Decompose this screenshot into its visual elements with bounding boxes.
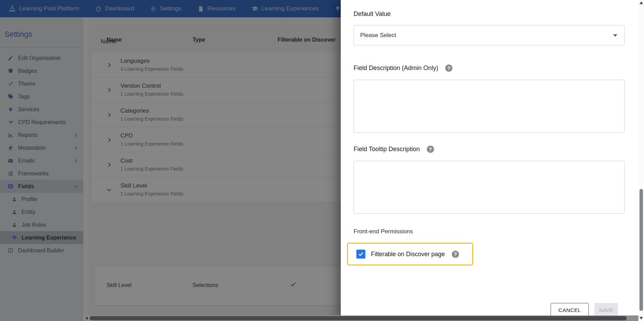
- front-end-permissions-heading: Front-end Permissions: [354, 228, 413, 235]
- caret-down-icon: [613, 34, 617, 37]
- default-value-label-row: Default Value: [354, 10, 391, 18]
- default-value-selected: Please Select: [360, 32, 396, 39]
- scroll-up-arrow-icon[interactable]: [639, 1, 643, 4]
- scroll-left-arrow-icon[interactable]: [85, 316, 88, 320]
- help-icon[interactable]: [427, 146, 434, 153]
- horizontal-scrollbar-thumb[interactable]: [90, 316, 627, 320]
- save-button[interactable]: SAVE: [594, 303, 618, 317]
- edit-field-drawer: Default Value Please Select Field Descri…: [341, 0, 644, 321]
- app-screen: Learning Pool Platform Dashboard Setting…: [0, 0, 644, 321]
- modal-backdrop[interactable]: [0, 0, 341, 321]
- field-tooltip-label: Field Tooltip Description: [354, 146, 420, 153]
- cancel-button[interactable]: CANCEL: [551, 303, 589, 317]
- help-icon[interactable]: [445, 64, 452, 72]
- check-icon: [358, 251, 364, 257]
- filterable-highlight-box: Filterable on Discover page: [347, 243, 473, 266]
- horizontal-scrollbar[interactable]: [83, 315, 638, 321]
- help-icon[interactable]: [452, 251, 459, 258]
- default-value-select[interactable]: Please Select: [354, 25, 625, 45]
- field-description-label: Field Description (Admin Only): [354, 64, 438, 72]
- vertical-scrollbar[interactable]: [638, 0, 644, 321]
- field-description-input[interactable]: [354, 80, 625, 133]
- vertical-scrollbar-thumb[interactable]: [639, 189, 643, 311]
- filterable-checkbox[interactable]: [356, 250, 365, 259]
- field-tooltip-input[interactable]: [354, 161, 625, 214]
- filterable-checkbox-label: Filterable on Discover page: [371, 251, 445, 258]
- default-value-label: Default Value: [354, 10, 391, 18]
- field-description-label-row: Field Description (Admin Only): [354, 64, 452, 72]
- scroll-down-arrow-icon[interactable]: [639, 317, 643, 320]
- field-tooltip-label-row: Field Tooltip Description: [354, 146, 434, 153]
